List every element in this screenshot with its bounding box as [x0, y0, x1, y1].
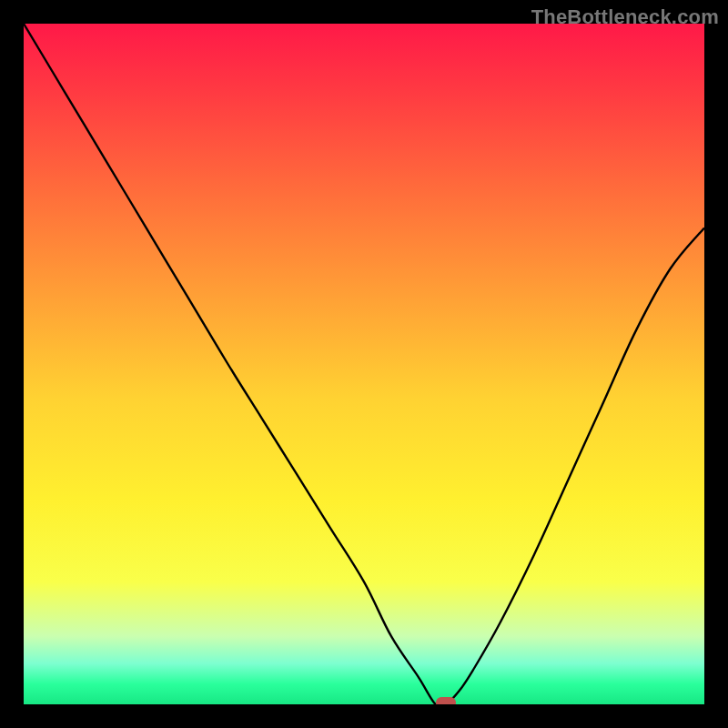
optimal-marker [436, 697, 456, 704]
watermark-text: TheBottleneck.com [531, 5, 719, 29]
chart-frame: TheBottleneck.com [0, 0, 728, 728]
plot-area [24, 24, 704, 704]
bottleneck-curve [24, 24, 704, 704]
